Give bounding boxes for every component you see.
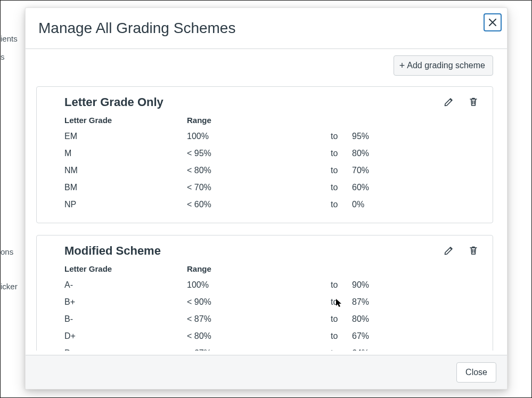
scheme-row: B-< 87%to80% — [64, 311, 480, 328]
row-lower: 60% — [352, 183, 405, 192]
row-upper: 100% — [187, 280, 331, 290]
scheme-title: Modified Scheme — [64, 244, 161, 258]
row-upper: < 80% — [187, 331, 331, 341]
row-letter: NP — [64, 200, 187, 209]
col-letter-grade: Letter Grade — [64, 264, 187, 273]
scheme-actions — [444, 244, 480, 257]
row-lower: 95% — [352, 132, 405, 141]
row-lower: 70% — [352, 166, 405, 175]
scheme-row: EM100%to95% — [64, 128, 480, 145]
row-upper: < 90% — [187, 297, 331, 307]
grading-schemes-modal: Manage All Grading Schemes + Add grading… — [25, 7, 508, 389]
trash-icon — [468, 245, 479, 256]
add-grading-scheme-label: Add grading scheme — [407, 61, 485, 70]
scheme-actions — [444, 95, 480, 108]
plus-icon: + — [399, 62, 405, 69]
row-letter: NM — [64, 166, 187, 175]
scheme-row: M< 95%to80% — [64, 145, 480, 162]
row-lower: 0% — [352, 200, 405, 209]
row-lower: 67% — [352, 331, 405, 341]
row-to: to — [331, 314, 352, 324]
row-upper: < 67% — [187, 348, 331, 351]
scheme-columns-header: Letter GradeRange — [64, 264, 480, 273]
row-upper: < 87% — [187, 314, 331, 324]
pencil-icon — [444, 245, 454, 256]
row-to: to — [331, 132, 352, 141]
grading-scheme-card: Letter Grade Only Letter GradeRangeEM100… — [36, 86, 493, 223]
scheme-row: B+< 90%to87% — [64, 294, 480, 311]
close-x-button[interactable] — [484, 13, 502, 31]
row-to: to — [331, 348, 352, 351]
pencil-icon — [444, 96, 454, 107]
row-lower: 80% — [352, 149, 405, 158]
row-letter: EM — [64, 132, 187, 141]
modal-body: + Add grading scheme Letter Grade Only L… — [26, 49, 507, 355]
scheme-row: BM< 70%to60% — [64, 179, 480, 196]
row-upper: < 95% — [187, 149, 331, 158]
row-letter: D — [64, 348, 187, 351]
row-letter: B- — [64, 314, 187, 324]
col-range: Range — [187, 116, 331, 125]
scheme-header: Letter Grade Only — [64, 95, 480, 112]
row-lower: 87% — [352, 297, 405, 307]
scheme-row: NM< 80%to70% — [64, 162, 480, 179]
row-to: to — [331, 280, 352, 290]
row-upper: 100% — [187, 132, 331, 141]
delete-scheme-button[interactable] — [468, 245, 480, 257]
row-letter: M — [64, 149, 187, 158]
trash-icon — [468, 96, 479, 107]
row-letter: D+ — [64, 331, 187, 341]
delete-scheme-button[interactable] — [468, 96, 480, 108]
scheme-row: D+< 80%to67% — [64, 328, 480, 345]
scroll-pane[interactable]: + Add grading scheme Letter Grade Only L… — [36, 53, 496, 351]
row-to: to — [331, 331, 352, 341]
col-letter-grade: Letter Grade — [64, 116, 187, 125]
scheme-header: Modified Scheme — [64, 244, 480, 261]
modal-overlay: Manage All Grading Schemes + Add grading… — [1, 1, 531, 397]
row-to: to — [331, 183, 352, 192]
col-range: Range — [187, 264, 331, 273]
row-to: to — [331, 149, 352, 158]
row-upper: < 70% — [187, 183, 331, 192]
scheme-columns-header: Letter GradeRange — [64, 116, 480, 125]
grading-scheme-card: Modified Scheme Letter GradeRangeA-100%t… — [36, 235, 493, 351]
close-icon — [489, 19, 496, 26]
add-grading-scheme-button[interactable]: + Add grading scheme — [394, 55, 493, 76]
edit-scheme-button[interactable] — [444, 245, 455, 257]
modal-header: Manage All Grading Schemes — [26, 8, 507, 49]
scheme-row: NP< 60%to0% — [64, 196, 480, 213]
modal-title: Manage All Grading Schemes — [38, 20, 235, 37]
row-lower: 80% — [352, 314, 405, 324]
row-upper: < 60% — [187, 200, 331, 209]
scheme-title: Letter Grade Only — [64, 95, 163, 109]
row-letter: B+ — [64, 297, 187, 307]
row-lower: 90% — [352, 280, 405, 290]
row-letter: BM — [64, 183, 187, 192]
scheme-row: A-100%to90% — [64, 277, 480, 294]
edit-scheme-button[interactable] — [444, 96, 455, 108]
toolbar: + Add grading scheme — [36, 55, 493, 76]
row-to: to — [331, 166, 352, 175]
modal-footer: Close — [26, 355, 507, 389]
row-to: to — [331, 200, 352, 209]
row-lower: 64% — [352, 348, 405, 351]
row-letter: A- — [64, 280, 187, 290]
scheme-row: D< 67%to64% — [64, 345, 480, 351]
close-button[interactable]: Close — [456, 362, 496, 383]
row-upper: < 80% — [187, 166, 331, 175]
row-to: to — [331, 297, 352, 307]
